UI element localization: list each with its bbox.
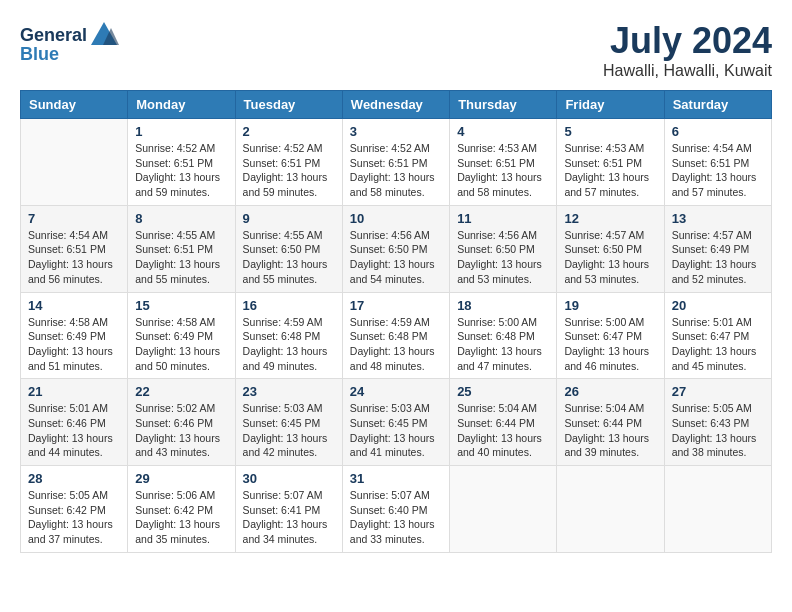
- day-info: Sunrise: 4:52 AM Sunset: 6:51 PM Dayligh…: [243, 141, 335, 200]
- calendar-cell: 27Sunrise: 5:05 AM Sunset: 6:43 PM Dayli…: [664, 379, 771, 466]
- calendar-cell: 17Sunrise: 4:59 AM Sunset: 6:48 PM Dayli…: [342, 292, 449, 379]
- calendar-week-row: 28Sunrise: 5:05 AM Sunset: 6:42 PM Dayli…: [21, 466, 772, 553]
- day-info: Sunrise: 5:04 AM Sunset: 6:44 PM Dayligh…: [564, 401, 656, 460]
- day-number: 14: [28, 298, 120, 313]
- calendar-cell: 19Sunrise: 5:00 AM Sunset: 6:47 PM Dayli…: [557, 292, 664, 379]
- day-number: 28: [28, 471, 120, 486]
- day-info: Sunrise: 4:54 AM Sunset: 6:51 PM Dayligh…: [28, 228, 120, 287]
- day-number: 15: [135, 298, 227, 313]
- day-info: Sunrise: 5:01 AM Sunset: 6:47 PM Dayligh…: [672, 315, 764, 374]
- day-number: 31: [350, 471, 442, 486]
- calendar-cell: 7Sunrise: 4:54 AM Sunset: 6:51 PM Daylig…: [21, 205, 128, 292]
- day-info: Sunrise: 5:06 AM Sunset: 6:42 PM Dayligh…: [135, 488, 227, 547]
- calendar-cell: 11Sunrise: 4:56 AM Sunset: 6:50 PM Dayli…: [450, 205, 557, 292]
- calendar-cell: 10Sunrise: 4:56 AM Sunset: 6:50 PM Dayli…: [342, 205, 449, 292]
- calendar-cell: 12Sunrise: 4:57 AM Sunset: 6:50 PM Dayli…: [557, 205, 664, 292]
- day-number: 4: [457, 124, 549, 139]
- calendar-week-row: 14Sunrise: 4:58 AM Sunset: 6:49 PM Dayli…: [21, 292, 772, 379]
- day-header-wednesday: Wednesday: [342, 91, 449, 119]
- day-number: 13: [672, 211, 764, 226]
- day-info: Sunrise: 4:57 AM Sunset: 6:50 PM Dayligh…: [564, 228, 656, 287]
- day-number: 7: [28, 211, 120, 226]
- day-header-tuesday: Tuesday: [235, 91, 342, 119]
- day-number: 5: [564, 124, 656, 139]
- day-number: 10: [350, 211, 442, 226]
- day-info: Sunrise: 5:04 AM Sunset: 6:44 PM Dayligh…: [457, 401, 549, 460]
- day-number: 1: [135, 124, 227, 139]
- calendar-cell: [21, 119, 128, 206]
- day-header-thursday: Thursday: [450, 91, 557, 119]
- day-number: 20: [672, 298, 764, 313]
- day-number: 23: [243, 384, 335, 399]
- day-number: 2: [243, 124, 335, 139]
- calendar-cell: 31Sunrise: 5:07 AM Sunset: 6:40 PM Dayli…: [342, 466, 449, 553]
- day-number: 30: [243, 471, 335, 486]
- day-info: Sunrise: 4:54 AM Sunset: 6:51 PM Dayligh…: [672, 141, 764, 200]
- calendar-cell: 20Sunrise: 5:01 AM Sunset: 6:47 PM Dayli…: [664, 292, 771, 379]
- day-number: 17: [350, 298, 442, 313]
- day-info: Sunrise: 4:58 AM Sunset: 6:49 PM Dayligh…: [135, 315, 227, 374]
- day-info: Sunrise: 4:56 AM Sunset: 6:50 PM Dayligh…: [457, 228, 549, 287]
- title-section: July 2024 Hawalli, Hawalli, Kuwait: [603, 20, 772, 80]
- day-info: Sunrise: 4:56 AM Sunset: 6:50 PM Dayligh…: [350, 228, 442, 287]
- calendar-cell: 3Sunrise: 4:52 AM Sunset: 6:51 PM Daylig…: [342, 119, 449, 206]
- day-number: 16: [243, 298, 335, 313]
- calendar-cell: 22Sunrise: 5:02 AM Sunset: 6:46 PM Dayli…: [128, 379, 235, 466]
- day-number: 27: [672, 384, 764, 399]
- day-number: 26: [564, 384, 656, 399]
- calendar-cell: 30Sunrise: 5:07 AM Sunset: 6:41 PM Dayli…: [235, 466, 342, 553]
- calendar-week-row: 21Sunrise: 5:01 AM Sunset: 6:46 PM Dayli…: [21, 379, 772, 466]
- day-number: 21: [28, 384, 120, 399]
- calendar-cell: 14Sunrise: 4:58 AM Sunset: 6:49 PM Dayli…: [21, 292, 128, 379]
- day-info: Sunrise: 4:55 AM Sunset: 6:50 PM Dayligh…: [243, 228, 335, 287]
- calendar-cell: 23Sunrise: 5:03 AM Sunset: 6:45 PM Dayli…: [235, 379, 342, 466]
- logo-general: General: [20, 25, 87, 46]
- logo-icon: [89, 20, 119, 50]
- day-number: 24: [350, 384, 442, 399]
- day-number: 3: [350, 124, 442, 139]
- day-header-monday: Monday: [128, 91, 235, 119]
- location: Hawalli, Hawalli, Kuwait: [603, 62, 772, 80]
- month-year: July 2024: [603, 20, 772, 62]
- calendar-header-row: SundayMondayTuesdayWednesdayThursdayFrid…: [21, 91, 772, 119]
- calendar-cell: 24Sunrise: 5:03 AM Sunset: 6:45 PM Dayli…: [342, 379, 449, 466]
- calendar-cell: 2Sunrise: 4:52 AM Sunset: 6:51 PM Daylig…: [235, 119, 342, 206]
- day-info: Sunrise: 4:58 AM Sunset: 6:49 PM Dayligh…: [28, 315, 120, 374]
- day-number: 25: [457, 384, 549, 399]
- day-number: 29: [135, 471, 227, 486]
- calendar-cell: 16Sunrise: 4:59 AM Sunset: 6:48 PM Dayli…: [235, 292, 342, 379]
- calendar-cell: 18Sunrise: 5:00 AM Sunset: 6:48 PM Dayli…: [450, 292, 557, 379]
- day-info: Sunrise: 5:01 AM Sunset: 6:46 PM Dayligh…: [28, 401, 120, 460]
- day-info: Sunrise: 4:52 AM Sunset: 6:51 PM Dayligh…: [350, 141, 442, 200]
- day-info: Sunrise: 4:52 AM Sunset: 6:51 PM Dayligh…: [135, 141, 227, 200]
- calendar-cell: [664, 466, 771, 553]
- day-info: Sunrise: 5:05 AM Sunset: 6:42 PM Dayligh…: [28, 488, 120, 547]
- day-info: Sunrise: 5:03 AM Sunset: 6:45 PM Dayligh…: [350, 401, 442, 460]
- calendar-cell: 9Sunrise: 4:55 AM Sunset: 6:50 PM Daylig…: [235, 205, 342, 292]
- calendar-week-row: 7Sunrise: 4:54 AM Sunset: 6:51 PM Daylig…: [21, 205, 772, 292]
- day-number: 8: [135, 211, 227, 226]
- calendar-cell: 13Sunrise: 4:57 AM Sunset: 6:49 PM Dayli…: [664, 205, 771, 292]
- day-info: Sunrise: 4:53 AM Sunset: 6:51 PM Dayligh…: [457, 141, 549, 200]
- day-header-sunday: Sunday: [21, 91, 128, 119]
- calendar-cell: 21Sunrise: 5:01 AM Sunset: 6:46 PM Dayli…: [21, 379, 128, 466]
- calendar-cell: 6Sunrise: 4:54 AM Sunset: 6:51 PM Daylig…: [664, 119, 771, 206]
- calendar-table: SundayMondayTuesdayWednesdayThursdayFrid…: [20, 90, 772, 553]
- calendar-week-row: 1Sunrise: 4:52 AM Sunset: 6:51 PM Daylig…: [21, 119, 772, 206]
- day-number: 12: [564, 211, 656, 226]
- day-info: Sunrise: 5:00 AM Sunset: 6:48 PM Dayligh…: [457, 315, 549, 374]
- day-info: Sunrise: 4:55 AM Sunset: 6:51 PM Dayligh…: [135, 228, 227, 287]
- calendar-cell: 29Sunrise: 5:06 AM Sunset: 6:42 PM Dayli…: [128, 466, 235, 553]
- calendar-cell: 26Sunrise: 5:04 AM Sunset: 6:44 PM Dayli…: [557, 379, 664, 466]
- day-info: Sunrise: 4:57 AM Sunset: 6:49 PM Dayligh…: [672, 228, 764, 287]
- page-header: General Blue July 2024 Hawalli, Hawalli,…: [20, 20, 772, 80]
- logo: General Blue: [20, 20, 119, 65]
- day-number: 9: [243, 211, 335, 226]
- day-header-saturday: Saturday: [664, 91, 771, 119]
- calendar-cell: 25Sunrise: 5:04 AM Sunset: 6:44 PM Dayli…: [450, 379, 557, 466]
- day-info: Sunrise: 5:07 AM Sunset: 6:40 PM Dayligh…: [350, 488, 442, 547]
- day-info: Sunrise: 4:59 AM Sunset: 6:48 PM Dayligh…: [350, 315, 442, 374]
- day-number: 19: [564, 298, 656, 313]
- day-info: Sunrise: 5:03 AM Sunset: 6:45 PM Dayligh…: [243, 401, 335, 460]
- logo-blue: Blue: [20, 44, 59, 65]
